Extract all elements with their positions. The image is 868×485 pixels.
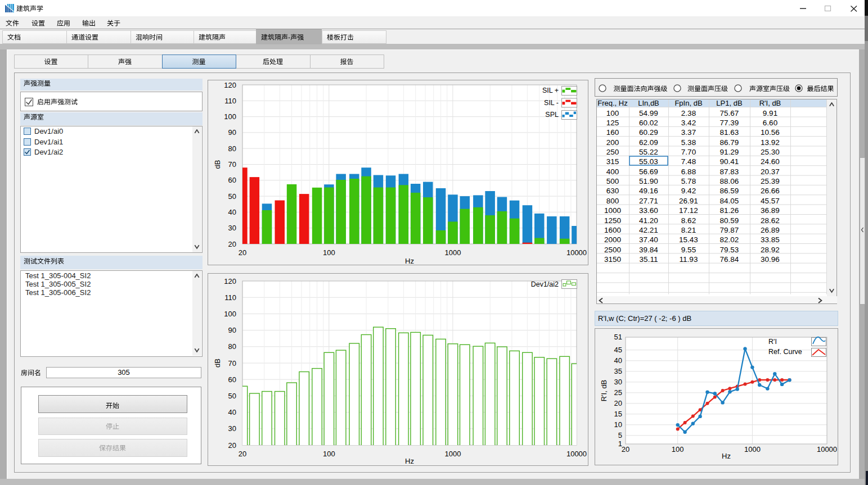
svg-text:30: 30 bbox=[228, 224, 236, 232]
svg-text:30.96: 30.96 bbox=[761, 255, 780, 264]
svg-text:Freq., Hz: Freq., Hz bbox=[597, 99, 627, 107]
svg-text:26.91: 26.91 bbox=[679, 197, 698, 205]
svg-text:315: 315 bbox=[606, 157, 619, 166]
svg-text:120: 120 bbox=[224, 277, 236, 285]
svg-text:40: 40 bbox=[228, 208, 236, 216]
svg-text:100: 100 bbox=[606, 109, 619, 117]
svg-text:10000: 10000 bbox=[817, 445, 837, 454]
svg-text:49.16: 49.16 bbox=[639, 187, 658, 195]
svg-text:125: 125 bbox=[606, 119, 619, 127]
svg-text:100: 100 bbox=[323, 248, 335, 257]
svg-text:500: 500 bbox=[606, 177, 619, 185]
svg-text:R'I: R'I bbox=[768, 338, 777, 346]
svg-text:60.02: 60.02 bbox=[639, 119, 658, 127]
svg-text:7.48: 7.48 bbox=[681, 157, 696, 166]
svg-text:9.42: 9.42 bbox=[681, 187, 696, 195]
svg-text:100: 100 bbox=[672, 445, 684, 454]
svg-text:110: 110 bbox=[224, 293, 236, 302]
svg-text:41.20: 41.20 bbox=[639, 216, 658, 225]
svg-text:40: 40 bbox=[228, 408, 236, 416]
svg-text:90.41: 90.41 bbox=[720, 157, 739, 166]
svg-text:25: 25 bbox=[614, 388, 622, 397]
svg-text:20.37: 20.37 bbox=[761, 167, 780, 176]
svg-text:SIL +: SIL + bbox=[542, 87, 559, 94]
svg-text:Hz: Hz bbox=[405, 257, 414, 265]
svg-text:80: 80 bbox=[228, 144, 236, 153]
svg-text:70: 70 bbox=[228, 160, 236, 169]
svg-text:100: 100 bbox=[224, 310, 236, 318]
svg-text:50: 50 bbox=[228, 392, 236, 400]
svg-text:77.39: 77.39 bbox=[720, 119, 739, 127]
svg-text:35.11: 35.11 bbox=[640, 255, 658, 264]
svg-text:200: 200 bbox=[606, 138, 619, 147]
svg-text:82.02: 82.02 bbox=[720, 235, 739, 244]
svg-text:10000: 10000 bbox=[566, 450, 587, 458]
svg-text:62.09: 62.09 bbox=[639, 138, 658, 147]
svg-text:7.70: 7.70 bbox=[681, 148, 696, 156]
svg-text:90: 90 bbox=[228, 326, 236, 334]
svg-text:R'I, dB: R'I, dB bbox=[600, 380, 608, 402]
svg-text:1000: 1000 bbox=[444, 450, 461, 458]
svg-text:R'I, dB: R'I, dB bbox=[759, 99, 781, 107]
svg-text:86.59: 86.59 bbox=[720, 187, 739, 195]
svg-text:84.05: 84.05 bbox=[720, 197, 739, 205]
svg-text:33.60: 33.60 bbox=[639, 206, 658, 215]
svg-text:60: 60 bbox=[228, 176, 236, 184]
svg-text:25.39: 25.39 bbox=[761, 177, 780, 185]
svg-text:81.26: 81.26 bbox=[720, 206, 739, 215]
svg-text:SIL -: SIL - bbox=[544, 99, 559, 107]
svg-text:24.60: 24.60 bbox=[761, 157, 780, 166]
svg-text:42.21: 42.21 bbox=[639, 226, 658, 234]
svg-text:36.89: 36.89 bbox=[761, 206, 780, 215]
svg-text:40: 40 bbox=[614, 356, 622, 365]
svg-text:9.55: 9.55 bbox=[681, 246, 696, 254]
svg-text:2.38: 2.38 bbox=[681, 109, 696, 117]
svg-text:2500: 2500 bbox=[604, 246, 621, 254]
svg-text:26.89: 26.89 bbox=[761, 226, 780, 234]
svg-text:160: 160 bbox=[606, 128, 619, 137]
svg-text:51: 51 bbox=[614, 333, 622, 341]
svg-text:15: 15 bbox=[614, 410, 622, 418]
svg-text:80.59: 80.59 bbox=[720, 216, 739, 225]
svg-text:60: 60 bbox=[228, 375, 236, 384]
svg-text:91.29: 91.29 bbox=[720, 148, 739, 156]
svg-text:33.85: 33.85 bbox=[761, 235, 780, 244]
svg-text:55.22: 55.22 bbox=[639, 148, 658, 156]
svg-text:28.62: 28.62 bbox=[761, 216, 780, 225]
svg-text:56.69: 56.69 bbox=[639, 167, 658, 176]
svg-text:35: 35 bbox=[614, 367, 622, 375]
svg-text:120: 120 bbox=[224, 81, 236, 89]
svg-text:10000: 10000 bbox=[566, 248, 587, 257]
svg-text:30: 30 bbox=[614, 378, 622, 386]
svg-text:dB: dB bbox=[213, 359, 222, 368]
svg-text:SPL: SPL bbox=[545, 111, 559, 119]
svg-text:87.83: 87.83 bbox=[720, 167, 739, 176]
svg-text:30: 30 bbox=[228, 424, 236, 433]
svg-text:1250: 1250 bbox=[604, 216, 621, 225]
svg-text:800: 800 bbox=[606, 197, 619, 205]
svg-text:75.67: 75.67 bbox=[720, 109, 739, 117]
svg-text:8.21: 8.21 bbox=[681, 226, 696, 234]
svg-text:1000: 1000 bbox=[744, 445, 761, 454]
svg-text:Hz: Hz bbox=[722, 452, 731, 460]
svg-text:630: 630 bbox=[606, 187, 619, 195]
svg-text:8.62: 8.62 bbox=[681, 216, 696, 225]
svg-text:250: 250 bbox=[606, 148, 619, 156]
svg-text:400: 400 bbox=[606, 167, 619, 176]
svg-text:100: 100 bbox=[323, 450, 335, 458]
svg-text:25.30: 25.30 bbox=[761, 148, 780, 156]
svg-text:79.53: 79.53 bbox=[720, 246, 739, 254]
svg-text:6.88: 6.88 bbox=[681, 167, 696, 176]
svg-text:1600: 1600 bbox=[604, 226, 621, 234]
svg-text:54.99: 54.99 bbox=[639, 109, 658, 117]
svg-text:51.90: 51.90 bbox=[639, 177, 658, 185]
svg-text:9.91: 9.91 bbox=[763, 109, 777, 117]
svg-text:10.56: 10.56 bbox=[761, 128, 780, 137]
svg-text:45.57: 45.57 bbox=[761, 197, 780, 205]
svg-text:5.38: 5.38 bbox=[681, 138, 696, 147]
svg-text:80: 80 bbox=[228, 342, 236, 351]
svg-text:88.06: 88.06 bbox=[720, 177, 739, 185]
svg-text:45: 45 bbox=[614, 346, 622, 354]
svg-text:1000: 1000 bbox=[444, 248, 461, 257]
svg-text:LP1, dB: LP1, dB bbox=[716, 99, 742, 107]
